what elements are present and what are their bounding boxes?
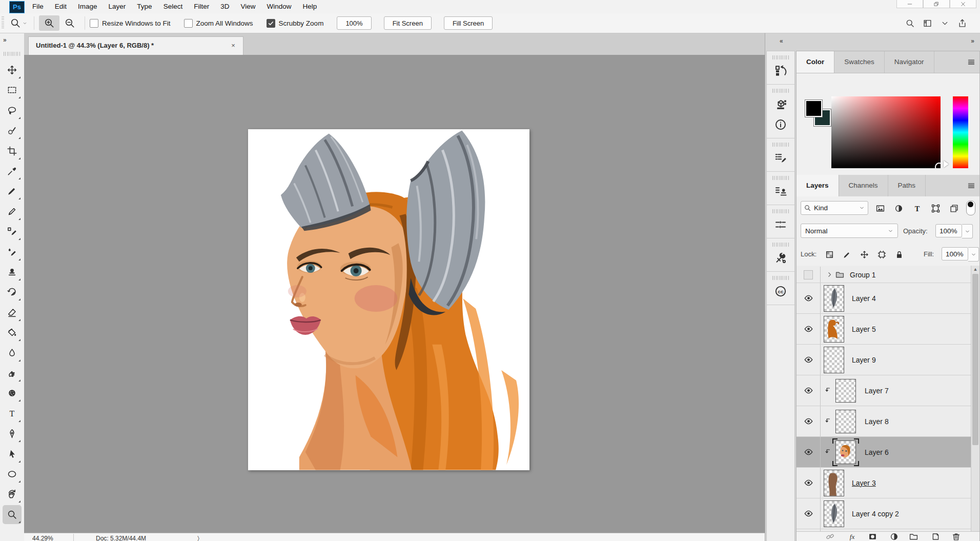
history-panel-icon[interactable] [772, 61, 789, 81]
lock-transparent-icon[interactable] [823, 248, 835, 261]
checkbox-resize-windows-to-fit[interactable]: Resize Windows to Fit [90, 19, 171, 28]
layer-thumbnail[interactable] [835, 440, 856, 464]
chevron-down-icon[interactable] [941, 19, 949, 28]
layer-thumbnail[interactable] [835, 379, 856, 403]
menu-file[interactable]: File [27, 0, 49, 13]
visibility-well[interactable] [797, 267, 821, 283]
toolbar-edit-icon[interactable] [3, 535, 22, 541]
dock-grip[interactable] [772, 243, 789, 247]
toolbar-grip[interactable] [4, 52, 20, 56]
link-layers-icon[interactable] [825, 532, 835, 541]
foreground-color-swatch[interactable] [805, 99, 823, 117]
hue-slider-marker[interactable] [944, 161, 949, 168]
layer-row[interactable]: Layer 6 [797, 437, 971, 468]
layer-group-row[interactable]: Group 1 [797, 267, 971, 283]
info-panel-icon[interactable] [772, 114, 789, 135]
tool-clone-stamp[interactable] [3, 263, 22, 282]
dock-grip[interactable] [772, 176, 789, 180]
fill-value[interactable]: 100% [942, 247, 968, 261]
layer-row[interactable]: Layer 5 [797, 314, 971, 345]
dock-grip[interactable] [772, 55, 789, 59]
tool-marquee[interactable] [3, 81, 22, 99]
add-mask-icon[interactable] [867, 532, 877, 541]
restore-button[interactable] [923, 0, 950, 8]
color-panel-menu-icon[interactable] [967, 58, 975, 66]
dock-collapse-button[interactable]: « [780, 37, 784, 45]
close-button[interactable] [950, 0, 976, 8]
smart-object-filter-icon[interactable] [948, 203, 959, 214]
tool-crop[interactable] [3, 142, 22, 161]
menu-help[interactable]: Help [297, 0, 322, 13]
layers-tab-paths[interactable]: Paths [888, 175, 926, 196]
chevron-right-icon[interactable] [826, 271, 833, 278]
checkbox-scrubby-zoom[interactable]: Scrubby Zoom [267, 19, 324, 28]
share-icon[interactable] [958, 19, 967, 28]
tool-rotate-view[interactable] [3, 485, 22, 504]
lock-all-icon[interactable] [893, 248, 905, 261]
menu-3d[interactable]: 3D [215, 0, 235, 13]
lock-position-icon[interactable] [858, 248, 870, 261]
tool-eraser[interactable] [3, 303, 22, 322]
eye-icon[interactable] [797, 283, 821, 313]
tool-eyedropper[interactable] [3, 162, 22, 181]
zoom-out-button[interactable] [59, 15, 80, 31]
new-layer-icon[interactable] [930, 532, 941, 541]
adjustment-filter-icon[interactable] [893, 203, 904, 214]
layers-scrollbar[interactable]: ▲ ▼ [971, 266, 979, 541]
document-tab-close-icon[interactable]: × [229, 41, 238, 50]
tool-preset-dropdown[interactable] [8, 18, 29, 28]
tool-move[interactable] [3, 61, 22, 79]
opacity-dropdown-chevron[interactable] [962, 224, 973, 238]
tool-color-replacement[interactable] [3, 222, 22, 241]
visibility-well[interactable] [804, 270, 813, 279]
tool-brush[interactable] [3, 182, 22, 201]
eye-icon[interactable] [797, 468, 821, 498]
tool-history-brush[interactable] [3, 283, 22, 302]
hue-slider[interactable] [953, 96, 968, 168]
scrollbar-thumb[interactable] [972, 274, 978, 445]
layer-thumbnail[interactable] [824, 470, 844, 496]
layer-row[interactable]: Layer 4 [797, 283, 971, 314]
eye-icon[interactable] [797, 314, 821, 344]
dock-grip[interactable] [772, 209, 789, 213]
dock-grip[interactable] [772, 89, 789, 93]
tool-zoom[interactable] [3, 505, 22, 524]
lock-pixels-icon[interactable] [841, 248, 853, 261]
tool-mixer-brush[interactable] [3, 243, 22, 262]
layer-thumbnail[interactable] [824, 316, 844, 343]
menu-type[interactable]: Type [131, 0, 157, 13]
tool-lasso[interactable] [3, 101, 22, 120]
scroll-up-icon[interactable]: ▲ [971, 266, 979, 273]
menu-view[interactable]: View [235, 0, 261, 13]
tool-presets-panel-icon[interactable] [772, 214, 789, 235]
layers-tab-channels[interactable]: Channels [839, 175, 888, 196]
eye-icon[interactable] [797, 437, 821, 467]
layer-filter-kind-select[interactable]: Kind [801, 201, 868, 215]
menu-edit[interactable]: Edit [49, 0, 72, 13]
threed-panel-icon[interactable] [772, 94, 789, 114]
color-tab-swatches[interactable]: Swatches [834, 51, 885, 73]
clone-source-panel-icon[interactable] [772, 181, 789, 202]
checkbox-box-scrubby-zoom[interactable] [267, 19, 275, 28]
document-tab[interactable]: Untitled-1 @ 44.3% (Layer 6, RGB/8) * × [28, 36, 243, 55]
delete-layer-icon[interactable] [951, 532, 961, 541]
new-adjustment-layer-icon[interactable] [889, 532, 899, 541]
creative-cloud-panel-icon[interactable]: cc [772, 281, 789, 302]
eye-icon[interactable] [797, 345, 821, 375]
blend-mode-select[interactable]: Normal [801, 224, 898, 238]
layers-panel-menu-icon[interactable] [967, 182, 975, 190]
dock-grip[interactable] [772, 276, 789, 280]
menu-select[interactable]: Select [158, 0, 189, 13]
minimize-button[interactable] [896, 0, 923, 8]
layer-row[interactable]: Layer 7 [797, 375, 971, 406]
utilities-panel-icon[interactable] [772, 248, 789, 268]
color-tab-navigator[interactable]: Navigator [885, 51, 934, 73]
workspace-icon[interactable] [923, 19, 932, 28]
search-icon[interactable] [906, 19, 914, 28]
tool-smudge[interactable] [3, 364, 22, 383]
lock-artboard-icon[interactable] [875, 248, 888, 261]
panels-expand-button[interactable]: » [971, 37, 975, 45]
toolbar-expand-button[interactable]: » [3, 36, 7, 44]
100-button[interactable]: 100% [337, 16, 371, 30]
new-group-icon[interactable] [908, 532, 918, 541]
